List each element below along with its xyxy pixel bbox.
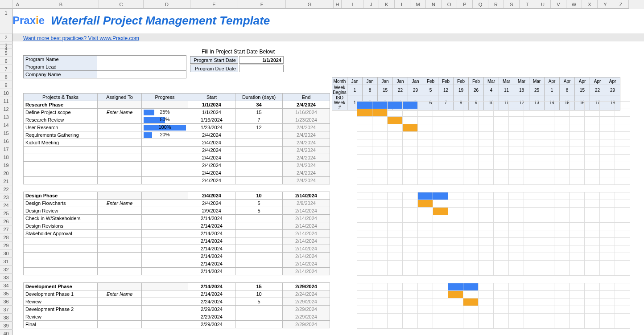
cell[interactable]: [235, 169, 283, 177]
cell[interactable]: [24, 169, 98, 177]
rowhdr-24[interactable]: 24: [0, 201, 12, 209]
cell[interactable]: [235, 139, 283, 147]
cell[interactable]: 2/14/2024: [188, 253, 235, 260]
cell[interactable]: Design Flowcharts: [24, 200, 98, 207]
cell[interactable]: [98, 321, 142, 328]
colhdr-M[interactable]: M: [410, 0, 426, 9]
cell[interactable]: 2/14/2024: [283, 253, 330, 260]
cell[interactable]: 2/14/2024: [283, 207, 330, 215]
program-name-cell[interactable]: [97, 56, 186, 63]
cell[interactable]: 7: [235, 116, 283, 124]
cell[interactable]: [142, 200, 188, 207]
cell[interactable]: [142, 162, 188, 169]
rowhdr-17[interactable]: 17: [0, 145, 12, 153]
cell[interactable]: 2/29/2024: [283, 313, 330, 321]
spreadsheet[interactable]: A B C D E F G H I J K L M N O P Q R S T …: [0, 0, 644, 335]
cell[interactable]: [98, 313, 142, 321]
cell[interactable]: [142, 101, 188, 109]
rowhdr-34[interactable]: 34: [0, 282, 12, 290]
cell[interactable]: [24, 260, 98, 268]
cell[interactable]: [235, 162, 283, 169]
cell[interactable]: 100%: [142, 124, 188, 131]
due-date-cell[interactable]: [239, 65, 284, 72]
colhdr-U[interactable]: U: [535, 0, 551, 9]
rowhdr-7[interactable]: 7: [0, 65, 12, 73]
cell[interactable]: [142, 298, 188, 306]
cell[interactable]: [235, 245, 283, 253]
cell[interactable]: [142, 192, 188, 200]
cell[interactable]: Review: [24, 298, 98, 306]
cell[interactable]: 2/4/2024: [188, 131, 235, 139]
cell[interactable]: [98, 192, 142, 200]
colhdr-T[interactable]: T: [520, 0, 535, 9]
cell[interactable]: Final: [24, 321, 98, 328]
cell[interactable]: 2/14/2024: [283, 230, 330, 237]
cell[interactable]: 2/14/2024: [188, 283, 235, 290]
cell[interactable]: Development Phase 2: [24, 306, 98, 313]
cell[interactable]: [98, 237, 142, 245]
cell[interactable]: [142, 253, 188, 260]
cell[interactable]: Check in W/Stakeholders: [24, 215, 98, 222]
cell[interactable]: [142, 147, 188, 154]
rowhdr-22[interactable]: 22: [0, 185, 12, 193]
cell[interactable]: [142, 268, 188, 275]
cell[interactable]: [235, 131, 283, 139]
cell[interactable]: [235, 222, 283, 230]
cell[interactable]: 10: [235, 290, 283, 298]
cell[interactable]: [142, 245, 188, 253]
cell[interactable]: [98, 169, 142, 177]
cell[interactable]: [142, 169, 188, 177]
cell[interactable]: 2/4/2024: [188, 200, 235, 207]
rowhdr-30[interactable]: 30: [0, 249, 12, 257]
rowhdr-27[interactable]: 27: [0, 225, 12, 233]
cell[interactable]: [142, 306, 188, 313]
cell[interactable]: 2/14/2024: [283, 192, 330, 200]
cell[interactable]: 50%: [142, 116, 188, 124]
cell[interactable]: 12: [235, 124, 283, 131]
colhdr-L[interactable]: L: [395, 0, 410, 9]
cell[interactable]: 2/14/2024: [188, 215, 235, 222]
cell[interactable]: 1/1/2024: [188, 109, 235, 116]
colhdr-W[interactable]: W: [566, 0, 582, 9]
rowhdr-40[interactable]: 40: [0, 330, 12, 335]
rowhdr-9[interactable]: 9: [0, 81, 12, 89]
cell[interactable]: 1/23/2024: [283, 116, 330, 124]
cell[interactable]: [235, 321, 283, 328]
cell[interactable]: [142, 230, 188, 237]
cell[interactable]: [98, 147, 142, 154]
rowhdr-31[interactable]: 31: [0, 257, 12, 266]
cell[interactable]: 2/4/2024: [283, 169, 330, 177]
rowhdr-35[interactable]: 35: [0, 290, 12, 298]
cell[interactable]: 2/29/2024: [283, 321, 330, 328]
colhdr-D[interactable]: D: [144, 0, 190, 9]
rowhdr-2[interactable]: 2: [0, 33, 12, 41]
colhdr-B[interactable]: B: [23, 0, 99, 9]
cell[interactable]: 2/14/2024: [283, 268, 330, 275]
cell[interactable]: [98, 268, 142, 275]
cell[interactable]: 2/4/2024: [188, 139, 235, 147]
rowhdr-32[interactable]: 32: [0, 266, 12, 274]
cell[interactable]: Enter Name: [98, 290, 142, 298]
cell[interactable]: 2/29/2024: [283, 306, 330, 313]
cell[interactable]: Stakeholder Approval: [24, 230, 98, 237]
cell[interactable]: [235, 147, 283, 154]
cell[interactable]: 2/14/2024: [188, 290, 235, 298]
cell[interactable]: 2/4/2024: [188, 162, 235, 169]
cell[interactable]: 2/4/2024: [283, 139, 330, 147]
cell[interactable]: 2/4/2024: [283, 177, 330, 184]
colhdr-F[interactable]: F: [238, 0, 286, 9]
cell[interactable]: [235, 154, 283, 162]
colhdr-H[interactable]: H: [334, 0, 342, 9]
cell[interactable]: [235, 313, 283, 321]
rowhdr-20[interactable]: 20: [0, 169, 12, 177]
cell[interactable]: Enter Name: [98, 200, 142, 207]
cell[interactable]: 2/14/2024: [283, 260, 330, 268]
cell[interactable]: 2/4/2024: [283, 124, 330, 131]
cell[interactable]: [24, 237, 98, 245]
cell[interactable]: [98, 245, 142, 253]
cell[interactable]: [142, 222, 188, 230]
cell[interactable]: [24, 147, 98, 154]
cell[interactable]: [142, 177, 188, 184]
cell[interactable]: [142, 321, 188, 328]
cell[interactable]: Requirements Gathering: [24, 131, 98, 139]
